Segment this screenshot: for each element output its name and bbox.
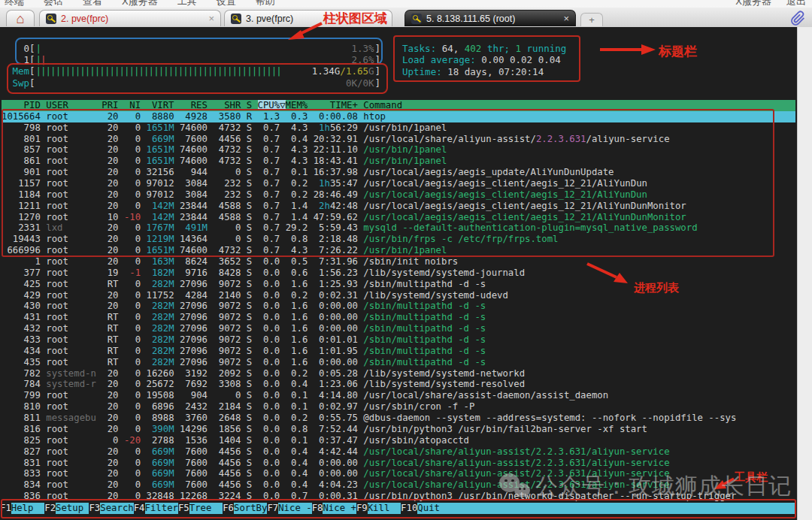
process-row[interactable]: 431 root RT 0 282M 27096 9072 S 0.0 1.6 … (2, 312, 795, 323)
process-row[interactable]: 1015664 root 20 0 8880 4928 3580 R 1.3 0… (2, 111, 795, 122)
process-row[interactable]: 801 root 20 0 669M 7600 4456 S 0.7 0.4 2… (2, 134, 795, 145)
function-key[interactable]: F10 (401, 503, 417, 514)
menu-item[interactable]: 退出 (786, 0, 806, 8)
tab-close-icon[interactable]: × (374, 13, 386, 24)
process-row[interactable]: 834 root 20 0 669M 7600 4456 S 0.0 0.4 4… (2, 479, 795, 491)
function-key[interactable]: F3 (89, 503, 100, 514)
home-icon: ⌂ (17, 12, 25, 26)
function-key-label[interactable]: Quit (417, 503, 450, 514)
menu-item[interactable]: 终端 (5, 0, 24, 8)
tasks-line: Tasks: 64, 402 thr; 1 running (402, 43, 566, 54)
function-key-label[interactable]: Kill (368, 503, 401, 514)
new-tab-button[interactable]: + (580, 13, 603, 26)
process-row[interactable]: 831 root 20 0 669M 7600 4456 S 0.0 0.4 0… (2, 458, 795, 469)
function-key[interactable]: F9 (356, 503, 368, 514)
meter-line: 1[||2.6%] (12, 54, 380, 65)
function-key[interactable]: F4 (134, 503, 145, 514)
htop-summary: Tasks: 64, 402 thr; 1 running Load avera… (402, 43, 566, 77)
menu-right-items: X服务器退出 (720, 0, 806, 8)
function-key-label[interactable]: SortBy (234, 503, 267, 514)
tab-close-icon[interactable]: × (202, 13, 214, 24)
process-row[interactable]: 836 root 20 0 32848 12268 3224 S 0.0 0.7… (2, 491, 795, 502)
process-row[interactable]: 811 messagebu 20 0 8988 3760 2648 S 0.0 … (2, 413, 795, 424)
function-key[interactable]: F7 (267, 503, 278, 514)
function-key-label[interactable]: Nice - (278, 503, 311, 514)
function-key-label[interactable]: Help (11, 503, 44, 514)
function-bar-fill (451, 503, 795, 514)
load-average-line: Load average: 0.00 0.02 0.04 (402, 54, 566, 65)
process-row[interactable]: 810 root 20 0 6896 2432 2184 S 0.0 0.1 0… (2, 401, 795, 413)
htop-process-table: PID USER PRI NI VIRT RES SHR S CPU%▽MEM%… (2, 100, 795, 502)
process-row[interactable]: 825 root 0 -20 2788 1536 1404 S 0.0 0.1 … (2, 435, 795, 446)
menu-item[interactable]: 设置 (217, 0, 236, 8)
process-row[interactable]: 377 root 19 -1 182M 9716 8428 S 0.0 0.6 … (2, 268, 795, 279)
process-row[interactable]: 433 root RT 0 282M 27096 9072 S 0.0 1.6 … (2, 334, 795, 346)
process-row[interactable]: 1157 root 20 0 97012 3084 232 S 0.7 0.2 … (2, 178, 795, 189)
menu-item[interactable]: 工具 (177, 0, 197, 8)
function-key-label[interactable]: Tree (189, 503, 223, 514)
tab-label: 3. pve(fprc) (246, 14, 293, 24)
process-row[interactable]: 782 systemd-n 20 0 16260 3192 2092 S 0.0… (2, 368, 795, 379)
process-row[interactable]: 798 root 20 0 1651M 74600 4732 S 0.7 4.3… (2, 122, 795, 134)
tab-session-3[interactable]: 3. pve(fprc) × (224, 10, 392, 26)
meter-line: Swp[0K/0K] (12, 77, 380, 89)
process-row[interactable]: 1211 root 20 0 142M 23844 4588 S 0.7 1.4… (2, 201, 795, 212)
terminal[interactable]: 0[|1.3%]1[||2.6%]Mem[|||||||||||||||||||… (0, 27, 797, 520)
function-key-label[interactable]: Search (100, 503, 133, 514)
process-row[interactable]: 1184 root 20 0 97012 3084 232 S 0.7 0.2 … (2, 189, 795, 201)
session-key-icon (46, 14, 56, 24)
menu-item[interactable]: 帮助 (256, 0, 275, 8)
process-row[interactable]: 1270 root 10 -10 142M 23844 4588 S 0.7 1… (2, 212, 795, 223)
meter-line: Mem[||||||||||||||||||||||||||||||||||||… (12, 65, 380, 77)
session-key-icon (231, 14, 241, 24)
menu-item[interactable]: 查看 (83, 0, 102, 8)
process-row[interactable]: 434 root RT 0 282M 27096 9072 S 0.0 1.6 … (2, 346, 795, 357)
menu-item[interactable]: X服务器 (122, 0, 158, 8)
menu-item[interactable]: 会话 (44, 0, 63, 8)
tab-label: 2. pve(fprc) (61, 14, 108, 24)
uptime-line: Uptime: 18 days, 07:20:14 (402, 66, 566, 77)
menu-bar: 终端会话查看X服务器工具设置帮助 X服务器退出 (0, 0, 812, 8)
process-row[interactable]: 827 root 20 0 669M 7600 4456 S 0.0 0.4 4… (2, 446, 795, 458)
function-key[interactable]: F8 (312, 503, 323, 514)
mobaxterm-window: 终端会话查看X服务器工具设置帮助 X服务器退出 ⌂ 2. pve(fprc) ×… (0, 0, 812, 520)
tab-label: 5. 8.138.111.65 (root) (426, 14, 515, 24)
process-row[interactable]: 784 systemd-r 20 0 25672 7692 3308 S 0.0… (2, 379, 795, 390)
function-key[interactable]: F2 (44, 503, 56, 514)
htop-function-bar: F1Help F2Setup F3SearchF4FilterF5Tree F6… (0, 503, 795, 514)
process-row[interactable]: 425 root RT 0 282M 27096 9072 S 0.0 1.6 … (2, 279, 795, 290)
tab-close-icon[interactable]: × (557, 13, 569, 24)
process-row[interactable]: 1 root 20 0 163M 8624 3652 S 0.0 0.5 7:3… (2, 256, 795, 268)
function-key-label[interactable]: Setup (56, 503, 89, 514)
tab-bar: ⌂ 2. pve(fprc) × 3. pve(fprc) × 5. 8.138… (0, 8, 812, 27)
function-key[interactable]: F6 (223, 503, 234, 514)
scrollbar-track[interactable] (797, 27, 812, 520)
function-key[interactable]: F1 (0, 503, 11, 514)
process-row[interactable]: 19443 root 20 0 1219M 14364 0 S 0.7 0.8 … (2, 234, 795, 245)
table-header-row[interactable]: PID USER PRI NI VIRT RES SHR S CPU%▽MEM%… (2, 100, 795, 111)
htop-meters: 0[|1.3%]1[||2.6%]Mem[|||||||||||||||||||… (12, 43, 380, 89)
process-row[interactable]: 833 root 20 0 669M 7600 4456 S 0.0 0.4 0… (2, 468, 795, 479)
tab-session-2[interactable]: 2. pve(fprc) × (39, 10, 221, 26)
process-row[interactable]: 435 root RT 0 282M 27096 9072 S 0.0 1.6 … (2, 357, 795, 368)
process-row[interactable]: 432 root RT 0 282M 27096 9072 S 0.0 1.6 … (2, 323, 795, 334)
process-row[interactable]: 857 root 20 0 1651M 74600 4732 S 0.7 4.3… (2, 144, 795, 156)
process-row[interactable]: 429 root 20 0 11752 4284 2140 S 0.0 0.2 … (2, 290, 795, 301)
menu-item[interactable]: X服务器 (735, 0, 771, 8)
process-row[interactable]: 861 root 20 0 1651M 74600 4732 S 0.7 4.3… (2, 156, 795, 167)
function-key[interactable]: F5 (178, 503, 189, 514)
session-key-icon (411, 14, 422, 24)
process-row[interactable]: 666996 root 20 0 1651M 74600 4732 S 0.7 … (2, 245, 795, 256)
process-row[interactable]: 901 root 20 0 32156 944 0 S 0.7 0.1 16:3… (2, 167, 795, 178)
process-row[interactable]: 430 root 20 0 282M 27096 9072 S 0.0 1.6 … (2, 301, 795, 312)
process-row[interactable]: 799 root 20 0 19508 904 0 S 0.0 0.1 4:14… (2, 390, 795, 401)
paperclip-icon[interactable] (789, 10, 806, 26)
tab-home[interactable]: ⌂ (6, 10, 35, 26)
function-key-label[interactable]: Filter (145, 503, 178, 514)
meter-line: 0[|1.3%] (12, 43, 380, 54)
process-row[interactable]: 816 root 20 0 390M 14296 1856 S 0.0 0.8 … (2, 424, 795, 435)
menu-items: 终端会话查看X服务器工具设置帮助 (5, 0, 295, 8)
process-row[interactable]: 2331 lxd 20 0 1767M 491M 0 S 0.7 29.2 5:… (2, 222, 795, 234)
function-key-label[interactable]: Nice + (323, 503, 356, 514)
tab-session-5-active[interactable]: 5. 8.138.111.65 (root) × (404, 10, 576, 26)
